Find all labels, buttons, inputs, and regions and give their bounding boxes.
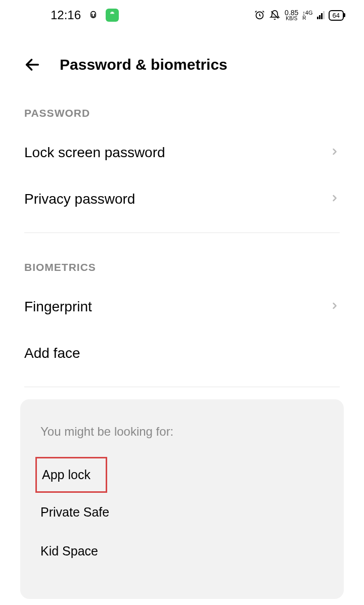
settings-label: Privacy password	[24, 191, 135, 207]
chevron-right-icon	[330, 147, 340, 159]
settings-label: Fingerprint	[24, 299, 92, 315]
network-speed: 0.85 KB/S	[285, 9, 298, 21]
settings-label: Add face	[24, 345, 80, 361]
status-bar: 12:16	[0, 0, 364, 30]
android-icon	[106, 9, 119, 22]
alarm-icon	[254, 10, 265, 21]
divider	[24, 232, 340, 233]
status-time: 12:16	[51, 8, 81, 22]
section-header-password: PASSWORD	[0, 89, 364, 129]
back-button[interactable]	[23, 56, 41, 74]
suggestion-kid-space[interactable]: Kid Space	[40, 532, 324, 571]
chevron-right-icon	[330, 193, 340, 205]
suggestion-private-safe[interactable]: Private Safe	[40, 493, 324, 532]
lock-screen-password-item[interactable]: Lock screen password	[0, 129, 364, 176]
svg-point-0	[111, 13, 111, 13]
suggestion-app-lock[interactable]: App lock	[35, 457, 107, 493]
suggestions-box: You might be looking for: App lock Priva…	[20, 399, 344, 599]
settings-label: Lock screen password	[24, 145, 165, 161]
notification-mute-icon	[269, 10, 281, 21]
suggestions-title: You might be looking for:	[40, 425, 324, 439]
fingerprint-item[interactable]: Fingerprint	[0, 284, 364, 330]
chevron-right-icon	[330, 301, 340, 313]
page-title: Password & biometrics	[60, 56, 228, 73]
add-face-item[interactable]: Add face	[0, 330, 364, 377]
divider	[24, 387, 340, 387]
privacy-password-item[interactable]: Privacy password	[0, 176, 364, 222]
status-right: 0.85 KB/S ↕4G R 64	[254, 9, 344, 21]
status-left: 12:16	[51, 8, 119, 22]
header: Password & biometrics	[0, 30, 364, 89]
fingerprint-icon	[88, 10, 99, 21]
svg-point-1	[113, 13, 113, 13]
battery-indicator: 64	[329, 10, 344, 21]
signal-icon	[317, 11, 325, 19]
section-header-biometrics: BIOMETRICS	[0, 243, 364, 284]
network-type: ↕4G R	[302, 10, 312, 21]
